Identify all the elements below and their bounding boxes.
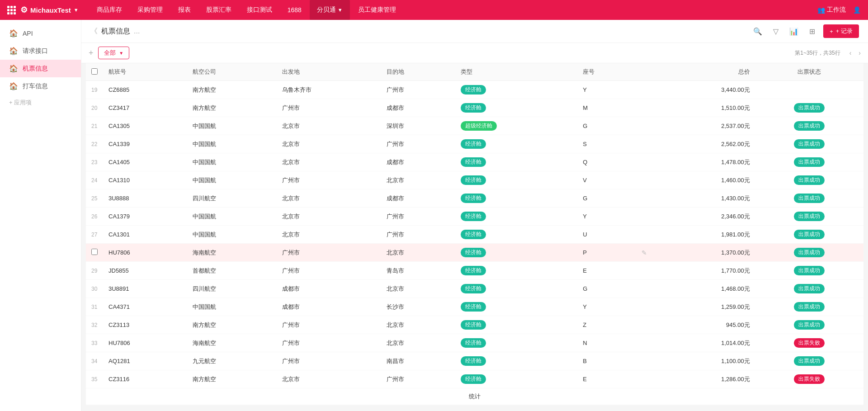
cell-airline: 四川航空: [187, 280, 277, 298]
row-num-cell: 26: [86, 208, 103, 226]
cell-edit: [636, 153, 652, 171]
cell-price: 2,346.00元: [652, 208, 755, 226]
cell-status: 出票成功: [755, 352, 863, 370]
nav-item-fenbeitong[interactable]: 分贝通 ▼: [310, 0, 350, 20]
row-num: 22: [91, 141, 97, 147]
edit-icon[interactable]: ✎: [642, 249, 647, 256]
cell-price: 1,510.00元: [652, 99, 755, 117]
cell-status: 出票成功: [755, 189, 863, 208]
cell-to: 深圳市: [381, 117, 455, 135]
nav-item-api[interactable]: 接口测试: [240, 0, 279, 20]
cell-from: 乌鲁木齐市: [277, 81, 381, 99]
top-nav: ⚙ MichauxTest ▼ 商品库存 采购管理 报表 股票汇率 接口测试 1…: [0, 0, 868, 20]
row-num: 20: [91, 105, 97, 111]
row-num: 35: [91, 376, 97, 383]
tab-add-btn[interactable]: +: [86, 48, 96, 58]
cell-edit: [636, 334, 652, 352]
table-footer: 统计: [86, 388, 863, 405]
cell-airline: 四川航空: [187, 189, 277, 208]
cell-airline: 中国国航: [187, 171, 277, 189]
cell-flight: 3U8891: [103, 280, 187, 298]
row-num: 27: [91, 231, 97, 238]
sidebar-item-flight[interactable]: 🏠 机票信息: [0, 60, 81, 77]
search-icon[interactable]: 🔍: [751, 24, 764, 38]
table-row: 26CA1379中国国航北京市广州市经济舱Y2,346.00元出票成功: [86, 208, 863, 226]
nav-item-report[interactable]: 报表: [171, 0, 198, 20]
tab-chevron-icon: ▼: [119, 51, 123, 56]
cell-flight: CA1310: [103, 171, 187, 189]
cell-airline: 首都航空: [187, 262, 277, 280]
app-title: MichauxTest: [30, 6, 71, 14]
row-num-cell: [86, 244, 103, 262]
cell-edit: ✎: [636, 244, 652, 262]
cell-status: 出票成功: [755, 99, 863, 117]
sidebar-item-request[interactable]: 🏠 请求接口: [0, 42, 81, 60]
status-badge: 出票成功: [794, 248, 825, 257]
main-layout: 🏠 API 🏠 请求接口 🏠 机票信息 🏠 打车信息 + 应用项 《 机票信息 …: [0, 20, 868, 411]
chart-icon[interactable]: 📊: [787, 24, 801, 38]
cell-to: 广州市: [381, 370, 455, 388]
status-badge: 出票成功: [794, 266, 825, 275]
table-area: 航班号 航空公司 出发地 目的地 类型 座号 总价 出票状态 19CZ6885南…: [81, 63, 868, 411]
prev-page-btn[interactable]: ‹: [847, 48, 854, 57]
table-icon[interactable]: ⊞: [805, 24, 819, 38]
cell-airline: 中国国航: [187, 153, 277, 171]
nav-item-health[interactable]: 员工健康管理: [351, 0, 403, 20]
nav-item-1688[interactable]: 1688: [280, 0, 309, 20]
row-num-cell: 29: [86, 262, 103, 280]
col-price: 总价: [652, 63, 755, 81]
cell-seat: P: [577, 244, 636, 262]
cell-seat: E: [577, 370, 636, 388]
workflow-icon: 👥: [817, 6, 825, 14]
sidebar-add-item[interactable]: + 应用项: [0, 95, 81, 110]
sidebar-item-taxi[interactable]: 🏠 打车信息: [0, 77, 81, 95]
nav-item-stock[interactable]: 股票汇率: [199, 0, 239, 20]
nav-items: 商品库存 采购管理 报表 股票汇率 接口测试 1688 分贝通 ▼ 员工健康管理: [90, 0, 817, 20]
table-row: 24CA1310中国国航广州市北京市经济舱V1,460.00元出票成功: [86, 171, 863, 189]
cell-flight: CA1339: [103, 135, 187, 153]
row-num-cell: 24: [86, 171, 103, 189]
cell-price: 2,562.00元: [652, 135, 755, 153]
row-num-cell: 33: [86, 334, 103, 352]
cell-status: 出票成功: [755, 171, 863, 189]
cell-type: 经济舱: [455, 153, 577, 171]
table-row: 22CA1339中国国航北京市广州市经济舱S2,562.00元出票成功: [86, 135, 863, 153]
table-row: 29JD5855首都航空广州市青岛市经济舱E1,770.00元出票成功: [86, 262, 863, 280]
type-badge: 超级经济舱: [461, 121, 497, 131]
add-record-btn[interactable]: + + 记录: [823, 24, 859, 38]
cell-status: 出票成功: [755, 135, 863, 153]
nav-right: 👥 工作流 👤: [817, 6, 861, 14]
col-actions: [636, 63, 652, 81]
cell-to: 广州市: [381, 135, 455, 153]
page-header: 《 机票信息 ... 🔍 ▽ 📊 ⊞ + + 记录: [81, 20, 868, 43]
workflow-btn[interactable]: 👥 工作流: [817, 6, 846, 14]
cell-status: 出票成功: [755, 244, 863, 262]
cell-flight: CA1405: [103, 153, 187, 171]
col-flight-num: 航班号: [103, 63, 187, 81]
row-num-cell: 25: [86, 189, 103, 208]
status-badge: 出票成功: [794, 284, 825, 293]
cell-type: 经济舱: [455, 316, 577, 334]
filter-icon[interactable]: ▽: [769, 24, 783, 38]
cell-edit: [636, 316, 652, 334]
pagination-info: 第1~35行，共35行: [792, 48, 843, 58]
app-logo[interactable]: ⚙ MichauxTest ▼: [7, 5, 79, 15]
cell-status: 出票成功: [755, 208, 863, 226]
nav-item-inventory[interactable]: 商品库存: [90, 0, 129, 20]
next-page-btn[interactable]: ›: [856, 48, 863, 57]
sidebar-item-api[interactable]: 🏠 API: [0, 24, 81, 42]
status-badge: 出票失败: [794, 338, 825, 348]
type-badge: 经济舱: [461, 157, 486, 167]
nav-item-purchase[interactable]: 采购管理: [130, 0, 170, 20]
type-badge: 经济舱: [461, 320, 486, 330]
cell-from: 北京市: [277, 117, 381, 135]
back-btn[interactable]: 《: [90, 27, 98, 36]
status-badge: 出票失败: [794, 374, 825, 384]
page-title-area: 《 机票信息 ...: [90, 27, 140, 36]
row-checkbox[interactable]: [91, 249, 98, 255]
tab-all[interactable]: 全部 ▼: [98, 47, 130, 59]
row-num-cell: 23: [86, 153, 103, 171]
select-all-checkbox[interactable]: [91, 68, 98, 75]
cell-price: 945.00元: [652, 316, 755, 334]
user-avatar[interactable]: 👤: [853, 6, 861, 14]
